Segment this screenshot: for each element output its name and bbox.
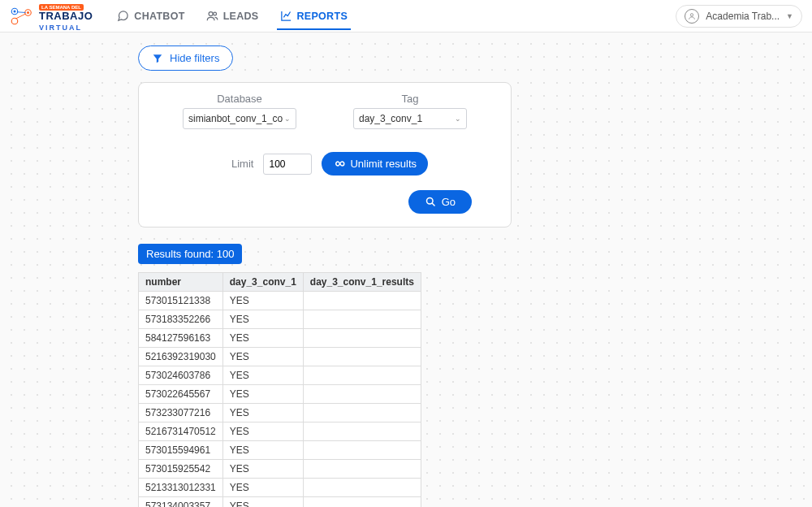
tab-chatbot[interactable]: CHATBOT [114, 2, 188, 30]
table-row[interactable]: 573015925542YES [139, 460, 421, 479]
chevron-down-icon: ⌄ [455, 115, 461, 123]
table-row[interactable]: 5216392319030YES [139, 348, 421, 366]
logo-text: LA SEMANA DEL TRABAJO VIRTUAL [39, 0, 93, 32]
table-row[interactable]: 573183352266YES [139, 310, 421, 329]
cell-c1: YES [222, 460, 303, 479]
unlimit-button[interactable]: Unlimit results [322, 152, 428, 176]
svg-point-5 [14, 10, 16, 12]
svg-point-8 [213, 12, 216, 15]
svg-point-10 [426, 198, 433, 205]
cell-number: 573134003357 [139, 497, 223, 508]
cell-number: 5213313012331 [139, 479, 223, 497]
table-row[interactable]: 573015121338YES [139, 292, 421, 310]
filter-card: Database simianbot_conv_1_co ⌄ Tag day_3… [138, 82, 512, 228]
user-name: Academia Trab... [706, 11, 780, 22]
cell-c1: YES [222, 366, 303, 385]
cell-c1: YES [222, 310, 303, 329]
svg-point-6 [27, 11, 29, 14]
cell-c2 [303, 404, 421, 422]
svg-point-1 [11, 18, 18, 24]
svg-line-4 [16, 14, 26, 19]
svg-point-9 [691, 13, 693, 15]
logo-main: TRABAJO [39, 10, 93, 22]
tag-value: day_3_conv_1 [359, 113, 422, 124]
tab-reports-label: REPORTS [297, 11, 348, 22]
cell-c2 [303, 292, 421, 310]
database-filter: Database simianbot_conv_1_co ⌄ [171, 93, 309, 129]
cell-c2 [303, 385, 421, 404]
cell-c1: YES [222, 422, 303, 441]
results-found-badge: Results found: 100 [138, 244, 242, 264]
cell-number: 573015925542 [139, 460, 223, 479]
user-menu[interactable]: Academia Trab... ▼ [676, 5, 802, 28]
cell-c1: YES [222, 497, 303, 508]
limit-label: Limit [231, 158, 253, 170]
infinity-icon [333, 158, 345, 170]
table-row[interactable]: 573024603786YES [139, 366, 421, 385]
cell-c2 [303, 441, 421, 460]
table-row[interactable]: 584127596163YES [139, 329, 421, 348]
cell-number: 5216731470512 [139, 422, 223, 441]
chevron-down-icon: ⌄ [284, 115, 291, 123]
database-select[interactable]: simianbot_conv_1_co ⌄ [183, 108, 296, 129]
cell-number: 573233077216 [139, 404, 223, 422]
col-number[interactable]: number [139, 273, 223, 292]
database-label: Database [217, 93, 262, 105]
filter-icon [152, 53, 163, 64]
go-label: Go [442, 196, 456, 208]
cell-c2 [303, 422, 421, 441]
cell-number: 5216392319030 [139, 348, 223, 366]
chat-icon [117, 10, 129, 22]
results-table: number day_3_conv_1 day_3_conv_1_results… [138, 272, 421, 507]
cell-number: 573022645567 [139, 385, 223, 404]
tag-filter: Tag day_3_conv_1 ⌄ [341, 93, 479, 129]
cell-number: 573024603786 [139, 366, 223, 385]
cell-number: 573015594961 [139, 441, 223, 460]
search-icon [425, 196, 437, 208]
col-day3conv1[interactable]: day_3_conv_1 [222, 273, 303, 292]
table-row[interactable]: 573233077216YES [139, 404, 421, 422]
logo[interactable]: LA SEMANA DEL TRABAJO VIRTUAL [10, 0, 93, 32]
limit-row: Limit Unlimit results [158, 152, 491, 176]
cell-c1: YES [222, 348, 303, 366]
cell-c2 [303, 310, 421, 329]
table-row[interactable]: 573022645567YES [139, 385, 421, 404]
cell-c2 [303, 460, 421, 479]
cell-c1: YES [222, 404, 303, 422]
table-row[interactable]: 5213313012331YES [139, 479, 421, 497]
cell-number: 584127596163 [139, 329, 223, 348]
main-area: Hide filters Database simianbot_conv_1_c… [0, 32, 812, 507]
svg-line-3 [17, 11, 26, 12]
col-day3conv1results[interactable]: day_3_conv_1_results [303, 273, 421, 292]
table-row[interactable]: 5216731470512YES [139, 422, 421, 441]
tab-leads[interactable]: LEADS [203, 2, 262, 30]
tag-select[interactable]: day_3_conv_1 ⌄ [353, 108, 467, 129]
table-header-row: number day_3_conv_1 day_3_conv_1_results [139, 273, 421, 292]
users-icon [206, 10, 218, 22]
tab-chatbot-label: CHATBOT [134, 11, 184, 22]
chart-icon [280, 10, 292, 22]
cell-c2 [303, 348, 421, 366]
cell-c1: YES [222, 385, 303, 404]
svg-line-11 [432, 203, 434, 206]
tag-label: Tag [402, 93, 419, 105]
go-button[interactable]: Go [408, 190, 472, 214]
topbar: LA SEMANA DEL TRABAJO VIRTUAL CHATBOT LE… [0, 0, 812, 32]
hide-filters-button[interactable]: Hide filters [138, 46, 233, 71]
hide-filters-label: Hide filters [170, 52, 219, 64]
table-row[interactable]: 573134003357YES [139, 497, 421, 508]
nav: CHATBOT LEADS REPORTS [114, 2, 351, 30]
cell-c1: YES [222, 329, 303, 348]
table-row[interactable]: 573015594961YES [139, 441, 421, 460]
logo-graphic-icon [10, 6, 34, 26]
cell-c1: YES [222, 479, 303, 497]
avatar-icon [685, 9, 699, 24]
tab-leads-label: LEADS [223, 11, 259, 22]
database-value: simianbot_conv_1_co [188, 113, 283, 124]
cell-c2 [303, 497, 421, 508]
tab-reports[interactable]: REPORTS [277, 2, 352, 30]
limit-input[interactable] [263, 154, 312, 175]
cell-number: 573183352266 [139, 310, 223, 329]
cell-c2 [303, 329, 421, 348]
cell-c2 [303, 479, 421, 497]
